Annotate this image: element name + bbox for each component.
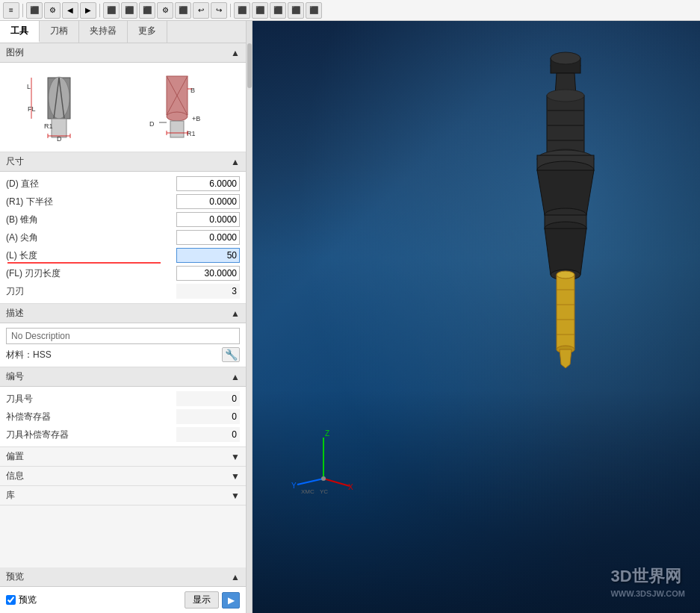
field-offset-register: 补偿寄存器 (0, 408, 246, 426)
field-flute-length-input[interactable] (176, 266, 240, 281)
info-chevron-icon: ▼ (231, 471, 240, 482)
svg-rect-44 (557, 275, 574, 349)
toolbar-btn-17[interactable]: ⬛ (306, 2, 322, 19)
tab-holder[interactable]: 刀柄 (40, 21, 79, 43)
legend-section-header[interactable]: 图例 ▲ (0, 43, 246, 63)
toolbar-btn-7[interactable]: ⬛ (121, 2, 137, 19)
preview-checkbox[interactable] (6, 595, 16, 605)
field-tool-offset-register: 刀具补偿寄存器 (0, 426, 246, 444)
svg-text:D: D (57, 135, 62, 143)
description-section-header[interactable]: 描述 ▲ (0, 304, 246, 323)
tab-bar: 工具 刀柄 夹持器 更多 (0, 21, 246, 43)
toolbar-btn-4[interactable]: ◀ (62, 2, 78, 19)
left-panel: 工具 刀柄 夹持器 更多 图例 ▲ L FL (0, 21, 247, 613)
preview-checkbox-row: 预览 (6, 594, 37, 606)
description-section-content: No Description 材料：HSS 🔧 (0, 323, 246, 367)
tab-fixture[interactable]: 夹持器 (79, 21, 128, 43)
svg-point-30 (551, 52, 580, 64)
material-row: 材料：HSS 🔧 (6, 347, 240, 362)
svg-text:R1: R1 (187, 130, 196, 137)
preview-chevron-icon: ▲ (231, 572, 240, 582)
toolbar-btn-15[interactable]: ⬛ (270, 2, 286, 19)
scrollbar-thumb[interactable] (247, 43, 252, 88)
library-chevron-icon: ▼ (231, 491, 240, 501)
field-diameter: (D) 直径 (0, 175, 246, 193)
field-diameter-label: (D) 直径 (6, 178, 176, 190)
svg-line-53 (323, 479, 350, 486)
toolbar-btn-16[interactable]: ⬛ (288, 2, 304, 19)
field-tip-angle-input[interactable] (176, 230, 240, 245)
svg-rect-17 (170, 121, 184, 137)
tool-diagram-1: L FL R1 D (25, 70, 108, 145)
field-tool-number-input[interactable] (176, 391, 240, 406)
svg-point-32 (547, 90, 584, 102)
description-text[interactable]: No Description (6, 328, 240, 344)
field-flutes-input[interactable] (176, 284, 240, 299)
tab-more[interactable]: 更多 (128, 21, 167, 43)
field-length-input[interactable] (176, 248, 240, 263)
toolbar-btn-14[interactable]: ⬛ (252, 2, 268, 19)
offset-section-header[interactable]: 偏置 ▼ (0, 447, 246, 467)
preview-section-header[interactable]: 预览 ▲ (0, 567, 246, 587)
library-section-header[interactable]: 库 ▼ (0, 486, 246, 505)
legend-section-label: 图例 (6, 46, 24, 59)
field-tool-offset-register-input[interactable] (176, 427, 240, 442)
scrollbar[interactable] (247, 21, 253, 613)
toolbar-btn-12[interactable]: ↪ (211, 2, 227, 19)
field-taper-angle: (B) 锥角 (0, 211, 246, 228)
code-section-label: 编号 (6, 370, 24, 383)
svg-point-16 (167, 112, 188, 121)
info-section-header[interactable]: 信息 ▼ (0, 467, 246, 486)
preview-content: 预览 显示 ▶ (0, 587, 246, 613)
toolbar-btn-9[interactable]: ⚙ (157, 2, 173, 19)
toolbar-btn-13[interactable]: ⬛ (234, 2, 250, 19)
field-length-label: (L) 长度 (6, 249, 176, 262)
material-settings-button[interactable]: 🔧 (222, 347, 240, 362)
toolbar-btn-11[interactable]: ↩ (193, 2, 209, 19)
toolbar-btn-2[interactable]: ⬛ (26, 2, 43, 19)
field-lower-radius: (R1) 下半径 (0, 193, 246, 211)
toolbar-btn-8[interactable]: ⬛ (139, 2, 155, 19)
preview-action-button[interactable]: ▶ (222, 592, 240, 609)
library-section-label: 库 (6, 489, 15, 502)
field-diameter-input[interactable] (176, 176, 240, 191)
toolbar-separator-3 (230, 4, 231, 17)
svg-text:R1: R1 (44, 122, 53, 130)
svg-text:Z: Z (325, 429, 329, 438)
svg-text:D: D (149, 120, 155, 128)
main-container: 工具 刀柄 夹持器 更多 图例 ▲ L FL (0, 21, 700, 613)
svg-point-57 (321, 476, 326, 481)
field-offset-register-input[interactable] (176, 409, 240, 424)
field-lower-radius-input[interactable] (176, 194, 240, 209)
field-flutes-label: 刀刃 (6, 285, 176, 298)
3d-viewport[interactable]: Z X Y XMC YC 3D世界网 WWW.3DSJW.COM (253, 21, 700, 613)
offset-chevron-icon: ▼ (231, 452, 240, 462)
field-flutes: 刀刃 (0, 282, 246, 300)
toolbar-btn-10[interactable]: ⬛ (175, 2, 191, 19)
material-label: 材料：HSS (6, 349, 52, 361)
toolbar-btn-3[interactable]: ⚙ (44, 2, 61, 19)
field-taper-angle-input[interactable] (176, 212, 240, 227)
dimension-section-header[interactable]: 尺寸 ▲ (0, 152, 246, 172)
field-offset-register-label: 补偿寄存器 (6, 411, 176, 423)
svg-text:YC: YC (320, 488, 328, 494)
field-flute-length: (FL) 刃刃长度 (0, 264, 246, 282)
preview-section-label: 预览 (6, 570, 24, 583)
svg-text:XMC: XMC (301, 488, 315, 494)
dimension-section-label: 尺寸 (6, 155, 24, 168)
description-section-label: 描述 (6, 307, 24, 320)
svg-line-55 (297, 479, 323, 485)
offset-section-label: 偏置 (6, 450, 24, 463)
toolbar-btn-5[interactable]: ▶ (80, 2, 96, 19)
field-tip-angle: (A) 尖角 (0, 228, 246, 246)
preview-checkbox-label: 预览 (19, 594, 37, 606)
toolbar-btn-1[interactable]: ≡ (3, 2, 19, 19)
toolbar-btn-6[interactable]: ⬛ (103, 2, 120, 19)
tab-tool[interactable]: 工具 (0, 21, 40, 43)
display-button[interactable]: 显示 (185, 591, 219, 609)
top-toolbar: ≡ ⬛ ⚙ ◀ ▶ ⬛ ⬛ ⬛ ⚙ ⬛ ↩ ↪ ⬛ ⬛ ⬛ ⬛ ⬛ (0, 0, 700, 21)
field-flute-length-label: (FL) 刃刃长度 (6, 267, 176, 280)
code-section-header[interactable]: 编号 ▲ (0, 367, 246, 387)
spacer (0, 505, 246, 567)
svg-text:L: L (27, 83, 31, 90)
